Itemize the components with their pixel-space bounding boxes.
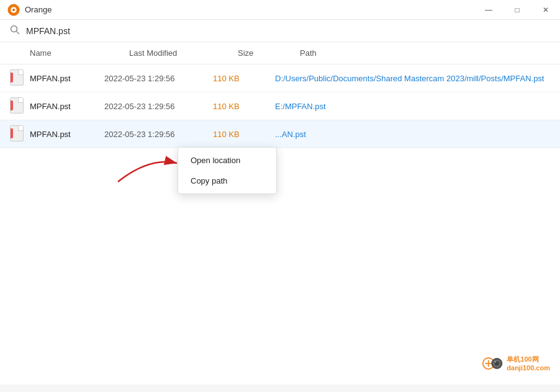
header-modified: Last Modified <box>129 48 238 58</box>
table-header: Name Last Modified Size Path <box>0 42 560 65</box>
watermark: 单机100网 danji100.com <box>482 352 550 375</box>
svg-point-2 <box>12 9 15 11</box>
context-menu: Open location Copy path <box>178 147 277 194</box>
row-filename: MPFAN.pst <box>30 74 104 83</box>
watermark-text: 单机100网 danji100.com <box>507 355 550 373</box>
maximize-button[interactable]: □ <box>503 0 531 20</box>
context-menu-open-location[interactable]: Open location <box>178 150 276 171</box>
row-size: 110 KB <box>213 74 275 83</box>
file-icon <box>10 97 25 115</box>
app-logo <box>7 4 20 16</box>
row-modified: 2022-05-23 1:29:56 <box>104 102 213 111</box>
app-title: Orange <box>25 5 52 14</box>
row-modified: 2022-05-23 1:29:56 <box>104 130 213 139</box>
svg-line-4 <box>17 32 19 34</box>
minimize-button[interactable]: — <box>474 0 503 20</box>
table-row[interactable]: MPFAN.pst 2022-05-23 1:29:56 110 KB D:/U… <box>0 65 560 92</box>
svg-point-12 <box>495 361 497 363</box>
row-path: ...AN.pst <box>275 130 550 139</box>
main-content: Name Last Modified Size Path MPFAN.pst 2… <box>0 42 560 385</box>
table-row[interactable]: MPFAN.pst 2022-05-23 1:29:56 110 KB ...A… <box>0 120 560 148</box>
search-icon <box>10 25 20 37</box>
row-modified: 2022-05-23 1:29:56 <box>104 74 213 83</box>
window-controls: — □ ✕ <box>474 0 560 20</box>
titlebar: Orange — □ ✕ <box>0 0 560 20</box>
header-size: Size <box>238 48 300 58</box>
header-path: Path <box>300 48 550 58</box>
row-filename: MPFAN.pst <box>30 130 104 139</box>
file-icon <box>10 125 25 143</box>
watermark-logo <box>482 352 504 375</box>
pointer-arrow <box>112 151 186 188</box>
row-filename: MPFAN.pst <box>30 102 104 111</box>
row-path: D:/Users/Public/Documents/Shared Masterc… <box>275 74 550 83</box>
header-name: Name <box>30 48 129 58</box>
row-path: E:/MPFAN.pst <box>275 102 550 111</box>
file-icon <box>10 69 25 87</box>
row-size: 110 KB <box>213 102 275 111</box>
context-menu-copy-path[interactable]: Copy path <box>178 171 276 191</box>
watermark-line2: danji100.com <box>507 363 550 372</box>
search-bar <box>0 20 560 42</box>
close-button[interactable]: ✕ <box>531 0 560 20</box>
table-row[interactable]: MPFAN.pst 2022-05-23 1:29:56 110 KB E:/M… <box>0 92 560 120</box>
row-size: 110 KB <box>213 130 275 139</box>
watermark-line1: 单机100网 <box>507 355 550 363</box>
search-input[interactable] <box>26 26 212 36</box>
